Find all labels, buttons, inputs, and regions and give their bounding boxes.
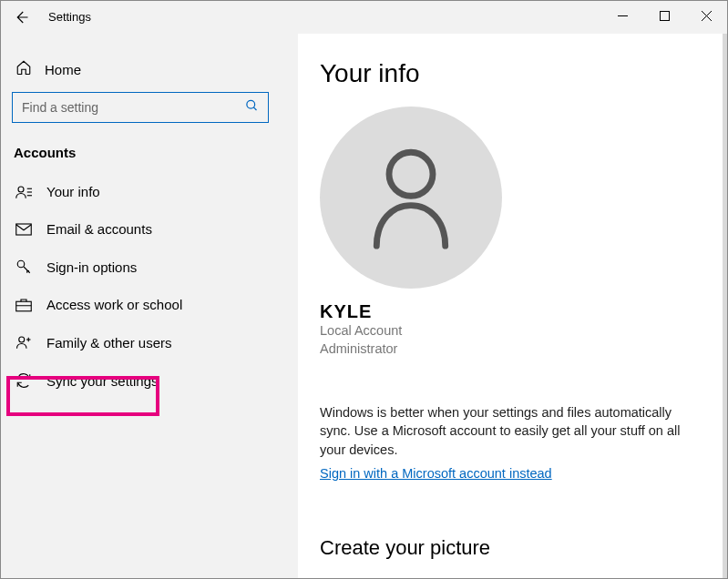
briefcase-icon	[15, 298, 32, 312]
camera-icon	[320, 576, 349, 578]
search-icon	[245, 99, 259, 117]
minimize-icon	[618, 11, 628, 21]
sidebar-item-label: Access work or school	[46, 297, 182, 312]
page-heading: Your info	[320, 59, 705, 88]
sidebar-item-work[interactable]: Access work or school	[12, 286, 287, 323]
sidebar: Home Accounts Your info Email & accounts	[1, 34, 298, 578]
svg-line-5	[253, 107, 256, 110]
nav-home-label: Home	[45, 62, 81, 77]
search-box[interactable]	[12, 92, 269, 123]
sidebar-item-signin[interactable]: Sign-in options	[12, 248, 287, 286]
svg-point-11	[17, 260, 25, 268]
maximize-icon	[660, 11, 670, 21]
username: KYLE	[320, 301, 705, 322]
home-icon	[15, 59, 32, 79]
your-info-icon	[15, 185, 32, 199]
sidebar-item-family[interactable]: Family & other users	[12, 323, 287, 361]
svg-point-16	[389, 152, 433, 196]
profile-avatar	[320, 107, 502, 289]
svg-point-4	[247, 100, 255, 108]
titlebar: Settings	[1, 1, 727, 34]
arrow-left-icon	[13, 9, 29, 25]
person-icon	[361, 143, 461, 252]
account-role: Administrator	[320, 340, 705, 359]
svg-rect-10	[16, 224, 32, 235]
sidebar-item-label: Email & accounts	[46, 221, 152, 237]
sidebar-item-label: Sync your settings	[46, 373, 159, 389]
people-icon	[15, 334, 32, 350]
sidebar-item-sync[interactable]: Sync your settings	[12, 361, 287, 400]
sidebar-item-email[interactable]: Email & accounts	[12, 210, 287, 248]
signin-ms-link[interactable]: Sign in with a Microsoft account instead	[320, 466, 552, 481]
maximize-button[interactable]	[643, 1, 685, 30]
close-icon	[702, 11, 712, 21]
svg-rect-12	[16, 301, 32, 311]
close-button[interactable]	[685, 1, 727, 30]
sidebar-section-header: Accounts	[14, 145, 287, 160]
minimize-button[interactable]	[601, 1, 643, 30]
svg-point-6	[18, 187, 24, 192]
window-title: Settings	[48, 10, 91, 24]
picture-heading: Create your picture	[320, 536, 705, 560]
sidebar-item-label: Sign-in options	[46, 259, 137, 275]
nav-home[interactable]: Home	[12, 52, 287, 92]
camera-option[interactable]: Camera	[320, 576, 705, 578]
sync-icon	[15, 372, 32, 389]
sidebar-item-label: Family & other users	[46, 335, 172, 350]
account-type: Local Account	[320, 322, 705, 340]
promo-text: Windows is better when your settings and…	[320, 403, 705, 459]
scrollbar[interactable]	[723, 34, 727, 578]
svg-point-13	[19, 337, 25, 342]
sidebar-item-your-info[interactable]: Your info	[12, 173, 287, 210]
search-input[interactable]	[22, 100, 259, 115]
mail-icon	[15, 223, 32, 236]
key-icon	[15, 259, 32, 275]
content-pane: Your info KYLE Local Account Administrat…	[298, 34, 727, 578]
back-button[interactable]	[1, 1, 41, 34]
svg-rect-1	[660, 11, 669, 20]
sidebar-item-label: Your info	[46, 184, 100, 199]
